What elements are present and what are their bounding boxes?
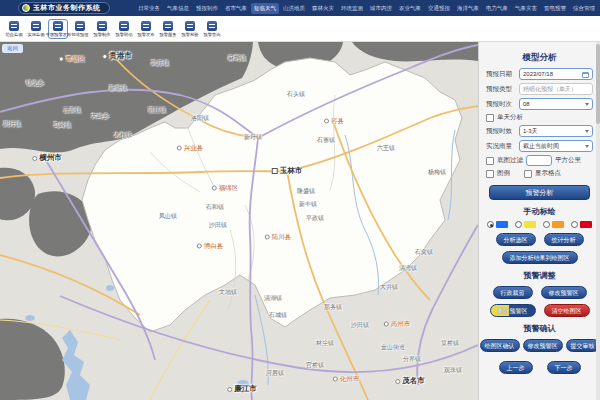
toolbar-item[interactable]: 短临预报 [70, 19, 90, 39]
toolbar-item[interactable]: 组合监测 [4, 19, 24, 39]
top-menu: 日常业务气象信息预报制作省市气象短临天气山洪地质森林火灾环境监测城市内涝农业气象… [135, 0, 598, 16]
map-label: 镇龙乡 [26, 79, 44, 88]
panel-title: 模型分析 [479, 52, 600, 64]
map-canvas[interactable]: 返回 [0, 42, 478, 400]
map-label: 沙田镇 [351, 321, 369, 330]
map-label: 武乐镇 [151, 59, 169, 68]
back-button[interactable]: 返回 [2, 44, 23, 53]
stat-analysis-button[interactable]: 统计分析 [544, 233, 584, 246]
forecast-date-input[interactable]: 2023/07/18 [519, 68, 593, 80]
map-label: 大井镇 [380, 283, 398, 292]
color-option[interactable] [515, 221, 536, 228]
map-label: 观珠镇 [444, 366, 462, 375]
map-label: 新圩镇 [244, 133, 262, 142]
clear-draw-area-button[interactable]: 清空绘图区 [544, 304, 590, 317]
area-threshold-input[interactable] [526, 155, 552, 166]
top-menu-item[interactable]: 雷电预警 [541, 3, 569, 14]
toolbar-item[interactable]: 中国预警发布 [48, 19, 68, 39]
map-label: 隆盛镇 [297, 187, 315, 196]
map-label: 六王镇 [377, 144, 395, 153]
prev-step-button[interactable]: 上一步 [499, 361, 533, 374]
top-menu-item[interactable]: 综合管理 [570, 3, 598, 14]
toolbar-item[interactable]: 预警检验 [180, 19, 200, 39]
delete-warning-area-button[interactable]: 删除预警区 [490, 304, 536, 317]
toolbar-item[interactable]: 预警发布 [136, 19, 156, 39]
color-option[interactable] [571, 221, 592, 228]
add-result-to-draw-button[interactable]: 添加分析结果到绘图区 [502, 251, 578, 264]
top-menu-item[interactable]: 海洋气象 [454, 3, 482, 14]
color-option[interactable] [487, 221, 508, 228]
basemap-filter-checkbox[interactable] [486, 157, 494, 165]
color-swatch [524, 221, 536, 228]
submit-review-button[interactable]: 提交审核 [566, 339, 600, 352]
toolbar-item[interactable]: 预警服务 [158, 19, 178, 39]
document-icon [141, 21, 151, 31]
document-icon [119, 21, 129, 31]
map-label: 洛阳镇 [191, 114, 209, 123]
top-menu-item[interactable]: 电力气象 [483, 3, 511, 14]
analyze-selection-button[interactable]: 分析选区 [496, 233, 536, 246]
toolbar-item[interactable]: 预警制作 [92, 19, 112, 39]
warning-adjust-title: 预警调整 [479, 270, 600, 281]
forecast-period-select[interactable]: 1-3天 [519, 125, 593, 137]
map-base [0, 42, 478, 400]
map-label: 容县 [324, 117, 344, 126]
app-logo: 玉林市业务制作系统 [18, 2, 110, 14]
map-label: 湛江镇 [148, 106, 166, 115]
scrollbar[interactable] [596, 42, 600, 400]
model-analysis-panel: 模型分析 预报日期 2023/07/18 预报类型 精细化预报（单天） 预报时次… [478, 42, 600, 400]
map-label: 覃塘区 [59, 55, 86, 64]
top-menu-item[interactable]: 日常业务 [135, 3, 163, 14]
map-label: 笪桥镇 [441, 339, 459, 348]
show-grid-checkbox[interactable] [524, 170, 532, 178]
map-label: 福绵区 [212, 184, 239, 193]
map-label: 横州市 [32, 153, 62, 163]
draw-area-confirm-button[interactable]: 绘图区确认 [480, 339, 520, 352]
radio-icon [487, 221, 494, 228]
top-menu-item[interactable]: 环境监测 [338, 3, 366, 14]
top-menu-item[interactable]: 气象信息 [164, 3, 192, 14]
map-label: 新丰镇 [299, 200, 317, 209]
toolbar-item[interactable]: 预警查询 [202, 19, 222, 39]
legend-checkbox[interactable] [486, 170, 494, 178]
forecast-type-input[interactable]: 精细化预报（单天） [519, 83, 593, 95]
admin-clip-button[interactable]: 行政裁剪 [493, 286, 533, 299]
chevron-down-icon [585, 103, 589, 106]
top-menu-item[interactable]: 城市内涝 [367, 3, 395, 14]
toolbar-item[interactable]: 预警联动 [114, 19, 134, 39]
chevron-down-icon [585, 130, 589, 133]
map-label: 石寨镇 [317, 136, 335, 145]
top-menu-item[interactable]: 交通预报 [425, 3, 453, 14]
show-grid-label: 显示格点 [535, 169, 561, 178]
document-icon [31, 21, 41, 31]
map-label: 平政镇 [306, 214, 324, 223]
document-icon [53, 21, 63, 31]
top-menu-item[interactable]: 山洪地质 [280, 3, 308, 14]
top-menu-item[interactable]: 森林火灾 [309, 3, 337, 14]
top-menu-item[interactable]: 预报制作 [193, 3, 221, 14]
scrollbar-thumb[interactable] [596, 44, 600, 124]
forecast-hour-select[interactable]: 08 [519, 98, 593, 110]
top-menu-item[interactable]: 气象灾害 [512, 3, 540, 14]
app-window: 玉林市业务制作系统 日常业务气象信息预报制作省市气象短临天气山洪地质森林火灾环境… [0, 0, 600, 400]
modify-warning-area-button[interactable]: 修改预警区 [541, 286, 587, 299]
map-label: 文地镇 [219, 288, 237, 297]
next-step-button[interactable]: 下一步 [547, 361, 581, 374]
warning-confirm-title: 预警确认 [479, 323, 600, 334]
top-menu-item[interactable]: 省市气象 [222, 3, 250, 14]
top-menu-item[interactable]: 短临天气 [251, 3, 279, 14]
top-menu-item[interactable]: 农业气象 [396, 3, 424, 14]
legend-label: 图例 [497, 169, 510, 178]
document-icon [75, 21, 85, 31]
modify-warning-area-button-2[interactable]: 修改预警区 [523, 339, 563, 352]
observed-rain-select[interactable]: 截止当前时间 [519, 140, 593, 152]
toolbar-item[interactable]: 实况监测 [26, 19, 46, 39]
document-icon [163, 21, 173, 31]
map-label: 周圩镇 [3, 120, 21, 129]
warning-analysis-button[interactable]: 预警分析 [489, 185, 590, 200]
color-swatch [552, 221, 564, 228]
single-day-checkbox[interactable] [486, 114, 494, 122]
map-label: 大岭乡 [91, 112, 109, 121]
area-unit-label: 平方公里 [555, 156, 581, 165]
color-option[interactable] [543, 221, 564, 228]
